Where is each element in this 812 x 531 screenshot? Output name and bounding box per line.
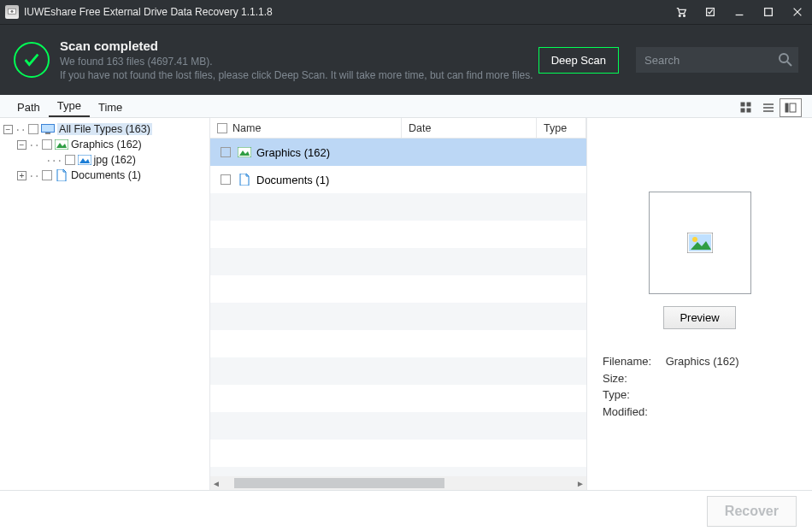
column-headers: Name Date Type xyxy=(210,118,586,139)
tree-label: Documents (1) xyxy=(71,169,141,181)
document-icon xyxy=(238,174,251,186)
expand-icon[interactable]: + xyxy=(17,171,26,180)
file-tree: −·· All File Types (163) −·· Graphics (1… xyxy=(0,118,210,490)
preview-button[interactable]: Preview xyxy=(663,306,735,329)
status-heading: Scan completed xyxy=(60,38,538,55)
checkbox[interactable] xyxy=(65,155,75,165)
title-bar: IUWEshare Free External Drive Data Recov… xyxy=(0,0,812,24)
svg-point-9 xyxy=(780,54,788,62)
svg-rect-11 xyxy=(741,103,744,106)
maximize-button[interactable] xyxy=(754,0,783,24)
horizontal-scrollbar[interactable]: ◄ ► xyxy=(210,476,586,490)
list-item-empty xyxy=(210,330,586,357)
minimize-button[interactable] xyxy=(725,0,754,24)
svg-rect-18 xyxy=(786,103,788,112)
list-item-empty xyxy=(210,275,586,303)
column-date[interactable]: Date xyxy=(402,118,537,138)
svg-rect-22 xyxy=(45,133,50,134)
check-icon xyxy=(14,42,50,78)
tree-label: Graphics (162) xyxy=(71,139,142,150)
tree-graphics[interactable]: −·· Graphics (162) xyxy=(0,137,209,152)
file-list: Name Date Type Graphics (162) Documents … xyxy=(210,118,586,490)
window-title: IUWEshare Free External Drive Data Recov… xyxy=(24,6,273,18)
select-all-checkbox[interactable] xyxy=(217,123,227,133)
svg-rect-23 xyxy=(55,139,68,150)
footer: Recover xyxy=(0,491,812,531)
tab-time[interactable]: Time xyxy=(90,97,131,117)
close-button[interactable] xyxy=(783,0,812,24)
search-input[interactable] xyxy=(636,47,798,73)
list-item-empty xyxy=(210,412,586,440)
checkbox[interactable] xyxy=(221,174,231,185)
search-icon xyxy=(778,52,793,68)
cart-icon[interactable] xyxy=(667,0,696,24)
meta-type-label: Type: xyxy=(603,386,662,404)
tree-root[interactable]: −·· All File Types (163) xyxy=(0,121,209,137)
svg-line-10 xyxy=(787,62,791,66)
tree-label: All File Types (163) xyxy=(57,123,152,135)
list-item[interactable]: Graphics (162) xyxy=(210,139,586,166)
checkbox[interactable] xyxy=(42,139,52,150)
svg-rect-25 xyxy=(78,155,91,165)
graphics-icon xyxy=(238,146,251,158)
svg-rect-12 xyxy=(747,103,750,106)
scroll-thumb[interactable] xyxy=(234,478,444,488)
list-item-empty xyxy=(210,303,586,330)
tab-path[interactable]: Path xyxy=(9,97,49,117)
register-icon[interactable] xyxy=(696,0,725,24)
tree-label: jpg (162) xyxy=(94,154,136,166)
svg-point-31 xyxy=(692,237,697,242)
status-header: Scan completed We found 163 files (4697.… xyxy=(0,24,812,95)
status-line2: If you have not found the lost files, pl… xyxy=(60,68,538,82)
svg-point-2 xyxy=(679,15,680,17)
list-label: Graphics (162) xyxy=(256,146,330,159)
checkbox[interactable] xyxy=(28,124,38,134)
svg-rect-27 xyxy=(238,147,251,157)
svg-point-3 xyxy=(684,15,685,17)
main-area: −·· All File Types (163) −·· Graphics (1… xyxy=(0,118,812,491)
recover-button[interactable]: Recover xyxy=(707,496,797,527)
tree-jpg[interactable]: ··· jpg (162) xyxy=(0,152,209,168)
checkbox[interactable] xyxy=(221,147,231,157)
document-icon xyxy=(55,169,68,181)
meta-filename-value: Graphics (162) xyxy=(666,355,739,368)
monitor-icon xyxy=(41,123,55,135)
graphics-icon xyxy=(55,139,68,150)
tree-documents[interactable]: +·· Documents (1) xyxy=(0,168,209,183)
meta-size-label: Size: xyxy=(603,370,662,387)
list-item-empty xyxy=(210,440,586,467)
view-list-button[interactable] xyxy=(757,98,780,117)
list-item-empty xyxy=(210,385,586,412)
deep-scan-button[interactable]: Deep Scan xyxy=(538,47,619,74)
status-line1: We found 163 files (4697.41 MB). xyxy=(60,55,538,68)
list-label: Documents (1) xyxy=(256,174,329,186)
svg-rect-13 xyxy=(741,109,744,112)
scroll-right-icon[interactable]: ► xyxy=(574,476,586,490)
preview-thumbnail xyxy=(649,192,751,294)
preview-panel: Preview Filename: Graphics (162) Size: T… xyxy=(586,118,812,490)
list-item-empty xyxy=(210,248,586,275)
app-icon xyxy=(5,5,19,19)
search-box xyxy=(636,47,798,73)
column-type[interactable]: Type xyxy=(537,118,586,138)
svg-rect-6 xyxy=(765,9,773,16)
jpg-icon xyxy=(78,154,91,166)
svg-rect-14 xyxy=(747,109,750,112)
view-grid-button[interactable] xyxy=(735,98,757,117)
collapse-icon[interactable]: − xyxy=(3,125,13,134)
list-item[interactable]: Documents (1) xyxy=(210,166,586,193)
svg-point-1 xyxy=(11,10,14,13)
column-name[interactable]: Name xyxy=(210,118,402,138)
list-item-empty xyxy=(210,221,586,248)
svg-rect-21 xyxy=(42,125,54,132)
scroll-left-icon[interactable]: ◄ xyxy=(210,476,222,490)
list-item-empty xyxy=(210,193,586,221)
tab-type[interactable]: Type xyxy=(49,96,90,117)
tabs-row: Path Type Time xyxy=(0,95,812,118)
collapse-icon[interactable]: − xyxy=(17,140,26,150)
meta-modified-label: Modified: xyxy=(603,404,662,421)
checkbox[interactable] xyxy=(42,170,52,180)
meta-filename-label: Filename: xyxy=(603,353,662,370)
list-item-empty xyxy=(210,467,586,476)
view-detail-button[interactable] xyxy=(780,98,802,117)
